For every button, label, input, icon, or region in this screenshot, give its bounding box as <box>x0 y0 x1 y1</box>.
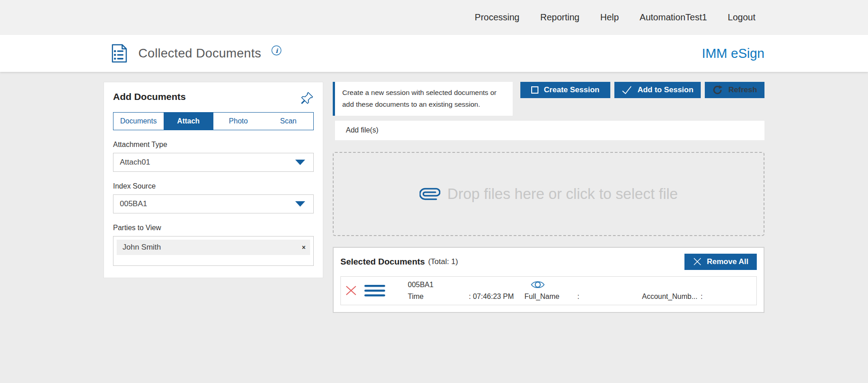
info-icon[interactable]: i <box>271 45 282 56</box>
attachment-type-label: Attachment Type <box>113 141 314 149</box>
refresh-label: Refresh <box>728 85 757 95</box>
field-value-account-number: : <box>701 293 703 301</box>
index-source-select[interactable]: 005BA1 <box>113 194 314 213</box>
top-nav-bar: Processing Reporting Help AutomationTest… <box>0 0 868 35</box>
pin-icon[interactable] <box>300 91 314 105</box>
nav-item-help[interactable]: Help <box>600 12 619 23</box>
x-icon <box>693 257 702 266</box>
drag-handle-icon[interactable] <box>364 284 385 297</box>
index-source-value: 005BA1 <box>120 199 147 208</box>
add-documents-title: Add Documents <box>113 91 186 102</box>
view-document-icon[interactable] <box>531 279 545 290</box>
nav-item-reporting[interactable]: Reporting <box>540 12 580 23</box>
add-documents-panel: Add Documents Documents Attach Photo Sca… <box>104 82 323 278</box>
app-header: Collected Documents i IMM eSign <box>0 35 868 72</box>
add-documents-tabbar: Documents Attach Photo Scan <box>113 112 314 130</box>
nav-item-logout[interactable]: Logout <box>728 12 755 23</box>
party-chip-name: John Smith <box>123 243 161 252</box>
check-icon <box>622 85 632 95</box>
chip-remove-icon[interactable]: × <box>302 244 306 251</box>
refresh-icon <box>712 85 723 95</box>
field-label-fullname: Full_Name <box>524 293 577 301</box>
paperclip-icon <box>420 184 440 204</box>
selected-documents-title: Selected Documents <box>340 257 425 267</box>
session-info-message: Create a new session with selected docum… <box>333 82 513 116</box>
brand-logo: IMM eSign <box>702 46 764 61</box>
attachment-type-value: Attach01 <box>120 158 150 167</box>
selected-documents-panel: Selected Documents (Total: 1) Remove All <box>333 247 764 313</box>
collected-documents-icon <box>111 44 127 63</box>
parties-to-view-box[interactable]: John Smith × <box>113 236 314 266</box>
document-name: 005BA1 <box>408 281 434 289</box>
chevron-down-icon <box>295 201 305 207</box>
refresh-button[interactable]: Refresh <box>705 82 764 98</box>
chevron-down-icon <box>295 160 305 165</box>
nav-item-username[interactable]: AutomationTest1 <box>640 12 707 23</box>
add-files-label: Add file(s) <box>346 126 378 134</box>
index-source-label: Index Source <box>113 182 314 190</box>
document-row: 005BA1 Time : 07:46:23 PM <box>340 276 757 305</box>
add-to-session-label: Add to Session <box>637 85 693 95</box>
parties-to-view-label: Parties to View <box>113 224 314 232</box>
field-value-fullname: : <box>577 293 579 301</box>
remove-all-button[interactable]: Remove All <box>684 254 757 270</box>
tab-documents[interactable]: Documents <box>113 113 164 130</box>
field-value-time: : 07:46:23 PM <box>469 293 514 301</box>
tab-attach[interactable]: Attach <box>164 113 214 130</box>
attachment-type-select[interactable]: Attach01 <box>113 153 314 172</box>
tab-scan[interactable]: Scan <box>264 113 314 130</box>
tab-photo[interactable]: Photo <box>213 113 264 130</box>
field-label-time: Time <box>408 293 469 301</box>
create-session-label: Create Session <box>544 85 599 95</box>
add-files-bar[interactable]: Add file(s) <box>333 121 764 140</box>
square-icon <box>531 86 538 94</box>
create-session-button[interactable]: Create Session <box>520 82 610 98</box>
page-title: Collected Documents <box>138 46 261 61</box>
svg-text:i: i <box>275 47 278 54</box>
delete-document-icon[interactable] <box>345 284 357 297</box>
dropzone-text: Drop files here or click to select file <box>448 185 678 203</box>
party-chip: John Smith × <box>117 240 310 255</box>
nav-item-processing[interactable]: Processing <box>475 12 519 23</box>
add-to-session-button[interactable]: Add to Session <box>614 82 701 98</box>
selected-documents-total: (Total: 1) <box>428 257 458 266</box>
file-dropzone[interactable]: Drop files here or click to select file <box>333 152 764 236</box>
field-label-account-number: Account_Numb... <box>642 293 698 301</box>
remove-all-label: Remove All <box>707 257 749 266</box>
